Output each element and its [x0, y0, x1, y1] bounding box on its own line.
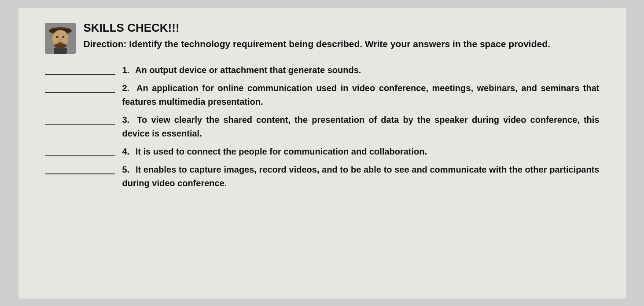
item-3-body: To view clearly the shared content, the … — [122, 115, 600, 138]
answer-line-2 — [45, 92, 115, 93]
item-2-number: 2. — [122, 83, 130, 93]
item-row: 5. It enables to capture images, record … — [45, 163, 600, 190]
item-5-body: It enables to capture images, record vid… — [122, 165, 600, 188]
item-5-text: 5. It enables to capture images, record … — [122, 163, 600, 190]
item-row: 1. An output device or attachment that g… — [45, 63, 600, 77]
item-4-content: 4. It is used to connect the people for … — [122, 145, 600, 159]
item-4-text: 4. It is used to connect the people for … — [122, 145, 600, 159]
svg-rect-8 — [54, 48, 67, 54]
avatar — [45, 23, 76, 54]
item-1-number: 1. — [122, 65, 130, 75]
answer-line-3 — [45, 124, 115, 125]
item-5-content: 5. It enables to capture images, record … — [122, 163, 600, 190]
item-3-text: 3. To view clearly the shared content, t… — [122, 113, 600, 140]
answer-line-4 — [45, 155, 115, 156]
svg-point-7 — [54, 43, 66, 48]
item-1-content: 1. An output device or attachment that g… — [122, 63, 600, 77]
svg-point-6 — [59, 39, 61, 40]
header-section: SKILLS CHECK!!! Direction: Identify the … — [45, 21, 600, 54]
item-2-text: 2. An application for online communicati… — [122, 81, 600, 109]
item-2-content: 2. An application for online communicati… — [122, 81, 600, 109]
item-row: 4. It is used to connect the people for … — [45, 145, 600, 159]
page-container: SKILLS CHECK!!! Direction: Identify the … — [18, 8, 626, 299]
item-5-number: 5. — [122, 165, 130, 174]
item-1-text: 1. An output device or attachment that g… — [122, 63, 600, 77]
skills-title: SKILLS CHECK!!! — [84, 21, 600, 35]
items-list: 1. An output device or attachment that g… — [45, 63, 600, 190]
svg-point-4 — [56, 36, 58, 38]
answer-line-1 — [45, 74, 115, 75]
header-text: SKILLS CHECK!!! Direction: Identify the … — [84, 21, 600, 51]
svg-point-5 — [62, 36, 64, 38]
item-row: 2. An application for online communicati… — [45, 81, 600, 109]
answer-line-5 — [45, 173, 115, 174]
item-1-body: An output device or attachment that gene… — [135, 65, 361, 75]
item-3-number: 3. — [122, 115, 130, 125]
item-row: 3. To view clearly the shared content, t… — [45, 113, 600, 140]
item-4-body: It is used to connect the people for com… — [136, 147, 427, 156]
item-3-content: 3. To view clearly the shared content, t… — [122, 113, 600, 140]
direction-text: Direction: Identify the technology requi… — [84, 37, 600, 51]
item-2-body: An application for online communication … — [122, 83, 600, 107]
item-4-number: 4. — [122, 147, 130, 156]
